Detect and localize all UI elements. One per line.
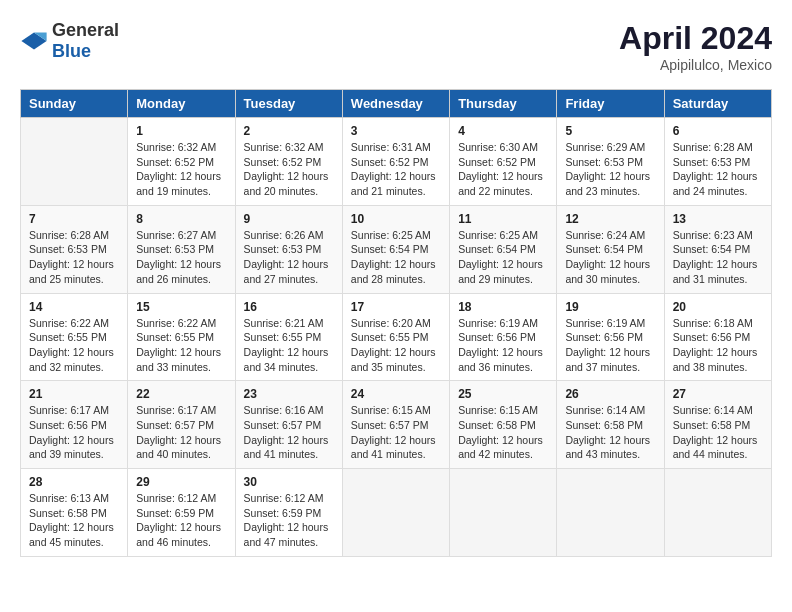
calendar-cell: 25Sunrise: 6:15 AM Sunset: 6:58 PM Dayli… — [450, 381, 557, 469]
calendar-cell — [450, 469, 557, 557]
calendar-cell — [557, 469, 664, 557]
calendar-cell: 1Sunrise: 6:32 AM Sunset: 6:52 PM Daylig… — [128, 118, 235, 206]
calendar-week-row: 1Sunrise: 6:32 AM Sunset: 6:52 PM Daylig… — [21, 118, 772, 206]
day-number: 18 — [458, 300, 548, 314]
day-info: Sunrise: 6:12 AM Sunset: 6:59 PM Dayligh… — [244, 491, 334, 550]
calendar-cell: 10Sunrise: 6:25 AM Sunset: 6:54 PM Dayli… — [342, 205, 449, 293]
day-info: Sunrise: 6:25 AM Sunset: 6:54 PM Dayligh… — [458, 228, 548, 287]
calendar-week-row: 7Sunrise: 6:28 AM Sunset: 6:53 PM Daylig… — [21, 205, 772, 293]
calendar-cell: 3Sunrise: 6:31 AM Sunset: 6:52 PM Daylig… — [342, 118, 449, 206]
day-number: 2 — [244, 124, 334, 138]
calendar-header-row: SundayMondayTuesdayWednesdayThursdayFrid… — [21, 90, 772, 118]
logo-general: General — [52, 20, 119, 40]
calendar-cell: 20Sunrise: 6:18 AM Sunset: 6:56 PM Dayli… — [664, 293, 771, 381]
day-number: 6 — [673, 124, 763, 138]
calendar-week-row: 28Sunrise: 6:13 AM Sunset: 6:58 PM Dayli… — [21, 469, 772, 557]
day-number: 16 — [244, 300, 334, 314]
day-number: 13 — [673, 212, 763, 226]
calendar-cell: 28Sunrise: 6:13 AM Sunset: 6:58 PM Dayli… — [21, 469, 128, 557]
calendar-cell: 30Sunrise: 6:12 AM Sunset: 6:59 PM Dayli… — [235, 469, 342, 557]
day-info: Sunrise: 6:22 AM Sunset: 6:55 PM Dayligh… — [29, 316, 119, 375]
day-info: Sunrise: 6:20 AM Sunset: 6:55 PM Dayligh… — [351, 316, 441, 375]
day-info: Sunrise: 6:32 AM Sunset: 6:52 PM Dayligh… — [136, 140, 226, 199]
day-number: 4 — [458, 124, 548, 138]
day-number: 21 — [29, 387, 119, 401]
day-info: Sunrise: 6:19 AM Sunset: 6:56 PM Dayligh… — [458, 316, 548, 375]
day-number: 27 — [673, 387, 763, 401]
day-number: 19 — [565, 300, 655, 314]
calendar-cell: 7Sunrise: 6:28 AM Sunset: 6:53 PM Daylig… — [21, 205, 128, 293]
day-info: Sunrise: 6:17 AM Sunset: 6:57 PM Dayligh… — [136, 403, 226, 462]
calendar-week-row: 21Sunrise: 6:17 AM Sunset: 6:56 PM Dayli… — [21, 381, 772, 469]
day-info: Sunrise: 6:24 AM Sunset: 6:54 PM Dayligh… — [565, 228, 655, 287]
calendar-cell: 18Sunrise: 6:19 AM Sunset: 6:56 PM Dayli… — [450, 293, 557, 381]
day-info: Sunrise: 6:28 AM Sunset: 6:53 PM Dayligh… — [673, 140, 763, 199]
calendar-cell: 4Sunrise: 6:30 AM Sunset: 6:52 PM Daylig… — [450, 118, 557, 206]
day-info: Sunrise: 6:18 AM Sunset: 6:56 PM Dayligh… — [673, 316, 763, 375]
day-number: 24 — [351, 387, 441, 401]
calendar-cell: 29Sunrise: 6:12 AM Sunset: 6:59 PM Dayli… — [128, 469, 235, 557]
calendar-cell: 13Sunrise: 6:23 AM Sunset: 6:54 PM Dayli… — [664, 205, 771, 293]
calendar-cell: 8Sunrise: 6:27 AM Sunset: 6:53 PM Daylig… — [128, 205, 235, 293]
day-info: Sunrise: 6:15 AM Sunset: 6:57 PM Dayligh… — [351, 403, 441, 462]
column-header-monday: Monday — [128, 90, 235, 118]
calendar-cell: 23Sunrise: 6:16 AM Sunset: 6:57 PM Dayli… — [235, 381, 342, 469]
day-number: 12 — [565, 212, 655, 226]
day-info: Sunrise: 6:26 AM Sunset: 6:53 PM Dayligh… — [244, 228, 334, 287]
title-block: April 2024 Apipilulco, Mexico — [619, 20, 772, 73]
day-info: Sunrise: 6:17 AM Sunset: 6:56 PM Dayligh… — [29, 403, 119, 462]
calendar-cell: 19Sunrise: 6:19 AM Sunset: 6:56 PM Dayli… — [557, 293, 664, 381]
day-info: Sunrise: 6:15 AM Sunset: 6:58 PM Dayligh… — [458, 403, 548, 462]
day-number: 17 — [351, 300, 441, 314]
calendar-cell — [21, 118, 128, 206]
calendar-cell: 2Sunrise: 6:32 AM Sunset: 6:52 PM Daylig… — [235, 118, 342, 206]
day-number: 26 — [565, 387, 655, 401]
day-info: Sunrise: 6:32 AM Sunset: 6:52 PM Dayligh… — [244, 140, 334, 199]
day-number: 20 — [673, 300, 763, 314]
column-header-friday: Friday — [557, 90, 664, 118]
calendar-cell: 26Sunrise: 6:14 AM Sunset: 6:58 PM Dayli… — [557, 381, 664, 469]
calendar-body: 1Sunrise: 6:32 AM Sunset: 6:52 PM Daylig… — [21, 118, 772, 557]
day-number: 11 — [458, 212, 548, 226]
logo-icon — [20, 31, 48, 51]
day-info: Sunrise: 6:25 AM Sunset: 6:54 PM Dayligh… — [351, 228, 441, 287]
page-header: General Blue April 2024 Apipilulco, Mexi… — [20, 20, 772, 73]
calendar-cell: 21Sunrise: 6:17 AM Sunset: 6:56 PM Dayli… — [21, 381, 128, 469]
day-number: 30 — [244, 475, 334, 489]
day-info: Sunrise: 6:12 AM Sunset: 6:59 PM Dayligh… — [136, 491, 226, 550]
day-number: 28 — [29, 475, 119, 489]
calendar-cell: 12Sunrise: 6:24 AM Sunset: 6:54 PM Dayli… — [557, 205, 664, 293]
calendar-table: SundayMondayTuesdayWednesdayThursdayFrid… — [20, 89, 772, 557]
day-info: Sunrise: 6:23 AM Sunset: 6:54 PM Dayligh… — [673, 228, 763, 287]
day-info: Sunrise: 6:21 AM Sunset: 6:55 PM Dayligh… — [244, 316, 334, 375]
calendar-cell: 14Sunrise: 6:22 AM Sunset: 6:55 PM Dayli… — [21, 293, 128, 381]
column-header-tuesday: Tuesday — [235, 90, 342, 118]
day-info: Sunrise: 6:14 AM Sunset: 6:58 PM Dayligh… — [673, 403, 763, 462]
day-number: 29 — [136, 475, 226, 489]
day-number: 7 — [29, 212, 119, 226]
day-info: Sunrise: 6:16 AM Sunset: 6:57 PM Dayligh… — [244, 403, 334, 462]
calendar-header: SundayMondayTuesdayWednesdayThursdayFrid… — [21, 90, 772, 118]
day-number: 15 — [136, 300, 226, 314]
day-info: Sunrise: 6:31 AM Sunset: 6:52 PM Dayligh… — [351, 140, 441, 199]
column-header-saturday: Saturday — [664, 90, 771, 118]
day-number: 22 — [136, 387, 226, 401]
calendar-cell: 6Sunrise: 6:28 AM Sunset: 6:53 PM Daylig… — [664, 118, 771, 206]
day-info: Sunrise: 6:14 AM Sunset: 6:58 PM Dayligh… — [565, 403, 655, 462]
day-number: 8 — [136, 212, 226, 226]
column-header-thursday: Thursday — [450, 90, 557, 118]
column-header-sunday: Sunday — [21, 90, 128, 118]
subtitle: Apipilulco, Mexico — [619, 57, 772, 73]
calendar-cell: 16Sunrise: 6:21 AM Sunset: 6:55 PM Dayli… — [235, 293, 342, 381]
day-number: 1 — [136, 124, 226, 138]
calendar-cell: 9Sunrise: 6:26 AM Sunset: 6:53 PM Daylig… — [235, 205, 342, 293]
calendar-cell: 11Sunrise: 6:25 AM Sunset: 6:54 PM Dayli… — [450, 205, 557, 293]
day-number: 10 — [351, 212, 441, 226]
calendar-cell: 22Sunrise: 6:17 AM Sunset: 6:57 PM Dayli… — [128, 381, 235, 469]
day-number: 25 — [458, 387, 548, 401]
calendar-cell: 27Sunrise: 6:14 AM Sunset: 6:58 PM Dayli… — [664, 381, 771, 469]
calendar-cell — [342, 469, 449, 557]
day-info: Sunrise: 6:30 AM Sunset: 6:52 PM Dayligh… — [458, 140, 548, 199]
calendar-cell: 17Sunrise: 6:20 AM Sunset: 6:55 PM Dayli… — [342, 293, 449, 381]
day-info: Sunrise: 6:29 AM Sunset: 6:53 PM Dayligh… — [565, 140, 655, 199]
